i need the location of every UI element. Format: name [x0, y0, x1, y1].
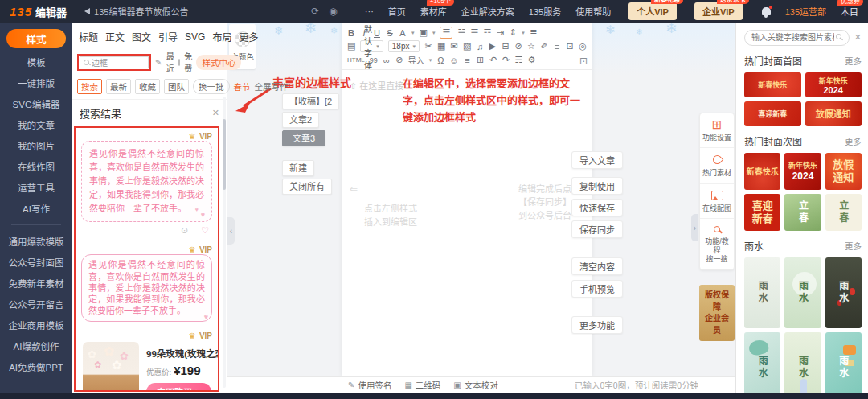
- close-all-button[interactable]: 关闭所有: [282, 179, 332, 195]
- function-settings-button[interactable]: ⊞ 功能设置: [700, 113, 734, 148]
- panel-button[interactable]: ⊞: [477, 55, 485, 65]
- line-height-button[interactable]: ⇕: [509, 27, 517, 38]
- sidebar-item-ai-hot-creation[interactable]: AI爆款创作: [0, 335, 72, 356]
- insert-video-button[interactable]: ▶: [489, 41, 497, 51]
- tab-title[interactable]: 标题: [79, 30, 98, 43]
- mobile-preview-button[interactable]: 手机预览: [571, 280, 623, 298]
- todo-list-button[interactable]: ≡: [464, 56, 472, 65]
- poster-image-tile[interactable]: 雨水: [784, 257, 821, 328]
- fullscreen-icon[interactable]: ⊡: [579, 56, 588, 67]
- insert-table-button[interactable]: ▦: [437, 41, 445, 51]
- hot-material-button[interactable]: 热门素材: [700, 148, 734, 183]
- change-batch-button[interactable]: 换一批: [193, 79, 230, 94]
- sidebar-item-style[interactable]: 样式: [6, 29, 66, 48]
- indent-button[interactable]: ⇥: [496, 27, 504, 38]
- cover-image-tile[interactable]: 立春: [825, 194, 862, 231]
- tab-image-text[interactable]: 图文: [132, 30, 151, 43]
- import-button[interactable]: 导入: [408, 54, 424, 66]
- tab-more[interactable]: 更多: [239, 30, 258, 43]
- clear-format-button[interactable]: ⊘: [514, 41, 522, 51]
- personal-vip-button[interactable]: 新春礼惠 个人VIP: [628, 2, 677, 20]
- proofread-button[interactable]: ▣ 文本校对: [453, 379, 497, 391]
- undo-button[interactable]: ↶: [489, 55, 497, 65]
- filter-newest[interactable]: 最新: [106, 79, 131, 94]
- app-logo[interactable]: 135 编辑器: [10, 4, 67, 19]
- style-card-dashed-border[interactable]: ♛ VIP 遇见你是偶然不经意间的惊喜，喜欢你是自然而然发生的事情，爱上你是毅然…: [80, 128, 214, 241]
- image-panel-close-icon[interactable]: ✕: [854, 32, 862, 43]
- cover-image-tile[interactable]: 新年快乐 2024: [805, 72, 862, 97]
- cover-image-tile[interactable]: 放假通知: [805, 101, 862, 126]
- enterprise-vip-button[interactable]: 送京东卡 企业VIP: [694, 2, 743, 20]
- sidebar-item-hot-templates[interactable]: 通用爆款模版: [0, 231, 72, 252]
- copy-use-button[interactable]: 复制使用: [571, 177, 623, 195]
- favorite-heart-icon[interactable]: ♡: [201, 225, 209, 236]
- cover-image-tile[interactable]: 新春快乐: [744, 72, 801, 97]
- more-link[interactable]: 更多: [845, 135, 862, 147]
- nav-more[interactable]: ···: [365, 6, 374, 16]
- list-button[interactable]: ≣: [530, 27, 538, 38]
- highlight-color-button[interactable]: ▣: [420, 27, 428, 38]
- align-right-button[interactable]: ☴: [470, 27, 478, 38]
- panel-collapse-handle[interactable]: ‹: [227, 217, 235, 245]
- sidebar-item-cover-images[interactable]: 公众号封面图: [0, 252, 72, 273]
- sidebar-item-my-images[interactable]: 我的图片: [0, 135, 72, 156]
- cover-image-tile[interactable]: 喜迎新春: [744, 101, 801, 126]
- fullscreen-write-button[interactable]: 全屏写作: [255, 80, 289, 93]
- font-family-select[interactable]: 默认字体 ▾: [360, 40, 383, 52]
- nav-home[interactable]: 首页: [388, 5, 406, 18]
- rail-expand-handle[interactable]: ›: [691, 214, 698, 241]
- copyright-vip-badge[interactable]: 版权保障 企业会员: [699, 285, 735, 341]
- sidebar-item-operation-tools[interactable]: 运营工具: [0, 177, 72, 198]
- sidebar-item-comment-opening[interactable]: 公众号开留言: [0, 294, 72, 315]
- filter-search[interactable]: 搜索: [77, 79, 102, 94]
- format-brush-button[interactable]: ✐: [540, 41, 548, 51]
- nav-help[interactable]: 使用帮助: [575, 5, 611, 18]
- bold-button[interactable]: B: [347, 28, 355, 38]
- poster-image-tile[interactable]: 雨水: [744, 332, 780, 393]
- search-tutorial-button[interactable]: 功能/教程 搜一搜: [700, 219, 734, 269]
- sidebar-item-online-drawing[interactable]: 在线作图: [0, 156, 72, 177]
- unlink-button[interactable]: ⊘: [395, 55, 403, 65]
- cover-image-tile[interactable]: 新春快乐: [744, 153, 780, 190]
- filter-favorites[interactable]: 收藏: [135, 79, 160, 94]
- doc-tab-article3-active[interactable]: 文章3: [282, 130, 326, 146]
- results-close-icon[interactable]: ✕: [212, 108, 219, 118]
- cover-image-tile[interactable]: 喜迎新春: [744, 194, 780, 231]
- settings-button[interactable]: ⚙: [528, 55, 536, 65]
- preview-eye-icon[interactable]: ⊙: [181, 225, 188, 236]
- doc-tab-draft[interactable]: 【收稿】[2: [282, 93, 339, 109]
- new-doc-button[interactable]: 新建: [282, 160, 314, 176]
- link-button[interactable]: ∞: [383, 56, 391, 65]
- festival-filter[interactable]: 春节: [234, 80, 251, 93]
- cover-image-tile[interactable]: 放假通知: [825, 153, 862, 190]
- special-char-button[interactable]: Ω: [436, 56, 444, 65]
- emoji-button[interactable]: ☺: [449, 56, 458, 65]
- favorite-button[interactable]: ☆: [527, 41, 535, 51]
- solid-border-style-preview[interactable]: 遇见你是偶然不经意间的惊喜，喜欢你是自然而然发生的事情，爱上你是毅然决然的决定，…: [81, 254, 212, 321]
- clear-content-button[interactable]: 清空内容: [571, 257, 623, 275]
- online-image-button[interactable]: 在线配图: [700, 184, 734, 219]
- dashed-border-style-preview[interactable]: 遇见你是偶然不经意间的惊喜，喜欢你是自然而然发生的事情，爱上你是毅然决然的决定，…: [81, 141, 212, 222]
- quick-save-button[interactable]: 快速保存: [571, 199, 623, 216]
- poster-image-tile[interactable]: 雨水: [744, 257, 780, 328]
- align-center-button[interactable]: ☱: [457, 27, 465, 38]
- new-page-button[interactable]: ▤: [347, 41, 355, 51]
- sidebar-item-ai-free-ppt[interactable]: AI免费做PPT: [0, 356, 72, 377]
- editor-page[interactable]: B I U S A ▾ ▣ ▾ ☰ ☱ ☴ ☲ ⇥ ⇕ ▾ ≣: [342, 23, 592, 376]
- scrollbar-thumb[interactable]: [223, 119, 226, 190]
- insert-audio-button[interactable]: ♫: [476, 42, 484, 51]
- image-search-input[interactable]: [744, 30, 850, 46]
- free-checkbox[interactable]: [178, 59, 180, 66]
- more-link[interactable]: 更多: [845, 55, 862, 67]
- strikethrough-button[interactable]: S: [386, 28, 394, 38]
- account-name[interactable]: 优惠券 木目: [841, 5, 858, 18]
- cover-image-tile[interactable]: 新年快乐 2024: [784, 153, 821, 190]
- cut-button[interactable]: ✂: [424, 41, 432, 51]
- buy-now-button[interactable]: 立即购买 ▶: [146, 383, 211, 392]
- nav-enterprise-solution[interactable]: 企业解决方案: [461, 5, 514, 18]
- tab-guide[interactable]: 引导: [158, 30, 178, 43]
- signature-button[interactable]: ✎ 使用签名: [348, 379, 391, 391]
- align-justify-button[interactable]: ☲: [483, 27, 491, 38]
- blockquote-button[interactable]: 99: [370, 56, 378, 64]
- filter-team[interactable]: 团队: [164, 79, 189, 94]
